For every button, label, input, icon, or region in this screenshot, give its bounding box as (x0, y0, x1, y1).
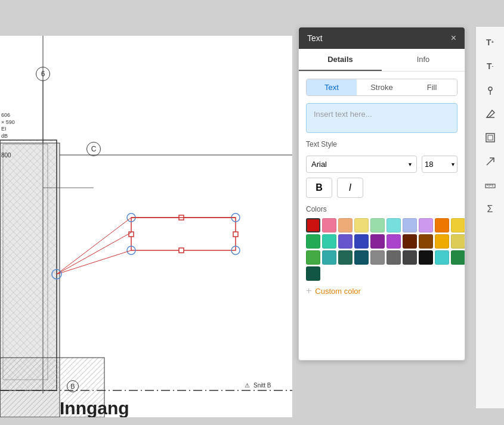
right-toolbar: T+ T- Σ (475, 27, 504, 408)
chevron-down-icon: ▾ (409, 161, 412, 167)
colors-label: Colors (306, 205, 457, 213)
color-swatch-25[interactable] (386, 250, 401, 265)
plus-icon: + (306, 286, 311, 296)
color-swatch-28[interactable] (435, 250, 449, 265)
text-size-decrease-button[interactable]: T- (480, 55, 501, 77)
sub-tab-stroke[interactable]: Stroke (357, 79, 407, 95)
color-swatch-16[interactable] (403, 234, 417, 249)
text-style-section: Text Style Arial ▾ 18 ▾ B I (306, 140, 457, 198)
text-style-label: Text Style (306, 140, 457, 148)
color-swatch-17[interactable] (419, 234, 433, 249)
ruler-button[interactable] (480, 175, 501, 196)
svg-rect-35 (486, 184, 495, 188)
color-swatch-2[interactable] (338, 218, 353, 232)
color-swatch-4[interactable] (370, 218, 385, 232)
color-swatch-21[interactable] (322, 250, 336, 265)
color-swatch-15[interactable] (386, 234, 401, 249)
svg-line-21 (57, 250, 131, 274)
color-swatch-30[interactable] (306, 266, 320, 281)
arrow-button[interactable] (480, 151, 501, 172)
panel-close-button[interactable]: × (451, 33, 456, 43)
color-swatch-0[interactable] (306, 218, 320, 232)
svg-rect-18 (233, 232, 238, 237)
panel-title: Text (307, 33, 323, 43)
canvas-area: ⚠ Inngang Snitt B 6 C B 606 × 590 EI dB … (0, 36, 292, 417)
custom-color-label: Custom color (315, 287, 361, 296)
text-panel: Text × Details Info Text Stroke Fill Ins… (298, 27, 465, 361)
svg-line-34 (487, 158, 494, 165)
svg-line-19 (57, 218, 131, 274)
panel-body: Text Stroke Fill Insert text here... Tex… (299, 72, 465, 360)
italic-button[interactable]: I (337, 178, 363, 198)
color-swatch-9[interactable] (451, 218, 465, 232)
style-buttons-row: B I (306, 178, 457, 198)
sub-tab-text[interactable]: Text (307, 79, 357, 95)
svg-text:Inngang: Inngang (60, 398, 129, 417)
svg-point-29 (488, 87, 492, 91)
color-swatch-5[interactable] (386, 218, 401, 232)
color-swatch-18[interactable] (435, 234, 449, 249)
custom-color-row[interactable]: + Custom color (306, 286, 457, 296)
svg-line-20 (57, 232, 131, 274)
font-row: Arial ▾ 18 ▾ (306, 156, 457, 173)
sub-tab-fill[interactable]: Fill (407, 79, 457, 95)
color-swatch-8[interactable] (435, 218, 449, 232)
text-size-increase-button[interactable]: T+ (480, 32, 501, 53)
dimension-text: 606 × 590 EI dB (1, 112, 15, 140)
color-swatch-23[interactable] (354, 250, 369, 265)
circle-6: 6 (36, 67, 50, 81)
svg-text:⚠: ⚠ (245, 382, 250, 389)
text-input[interactable]: Insert text here... (306, 103, 457, 133)
bold-button[interactable]: B (306, 178, 332, 198)
chevron-down-icon: ▾ (452, 161, 454, 167)
svg-rect-16 (179, 248, 184, 253)
tab-details[interactable]: Details (299, 49, 382, 71)
color-swatch-24[interactable] (370, 250, 385, 265)
color-swatch-27[interactable] (419, 250, 433, 265)
sub-tabs: Text Stroke Fill (306, 79, 457, 96)
circle-c: C (86, 142, 101, 156)
color-swatch-12[interactable] (338, 234, 353, 249)
color-swatch-14[interactable] (370, 234, 385, 249)
color-swatch-19[interactable] (451, 234, 465, 249)
color-swatch-11[interactable] (322, 234, 336, 249)
font-family-select[interactable]: Arial ▾ (306, 156, 417, 173)
color-swatch-22[interactable] (338, 250, 353, 265)
color-swatch-10[interactable] (306, 234, 320, 249)
color-grid (306, 218, 457, 281)
color-swatch-20[interactable] (306, 250, 320, 265)
tab-info[interactable]: Info (382, 49, 465, 71)
svg-rect-32 (486, 134, 494, 142)
color-swatch-13[interactable] (354, 234, 369, 249)
svg-rect-33 (488, 135, 493, 140)
colors-section: Colors + Custom color (306, 205, 457, 296)
eraser-button[interactable] (480, 103, 501, 125)
svg-rect-10 (131, 218, 236, 250)
svg-text:Snitt B: Snitt B (253, 382, 271, 389)
panel-tabs: Details Info (299, 49, 465, 72)
color-swatch-26[interactable] (403, 250, 417, 265)
color-swatch-1[interactable] (322, 218, 336, 232)
svg-rect-6 (0, 140, 57, 390)
color-swatch-6[interactable] (403, 218, 417, 232)
pin-button[interactable] (480, 79, 501, 101)
color-swatch-29[interactable] (451, 250, 465, 265)
circle-b: B (67, 380, 79, 392)
sigma-button[interactable]: Σ (480, 198, 501, 220)
color-swatch-7[interactable] (419, 218, 433, 232)
dimension-800: 800 (1, 152, 11, 159)
color-swatch-3[interactable] (354, 218, 369, 232)
panel-header: Text × (299, 27, 465, 49)
font-size-select[interactable]: 18 ▾ (422, 156, 457, 173)
layers-button[interactable] (480, 127, 501, 148)
